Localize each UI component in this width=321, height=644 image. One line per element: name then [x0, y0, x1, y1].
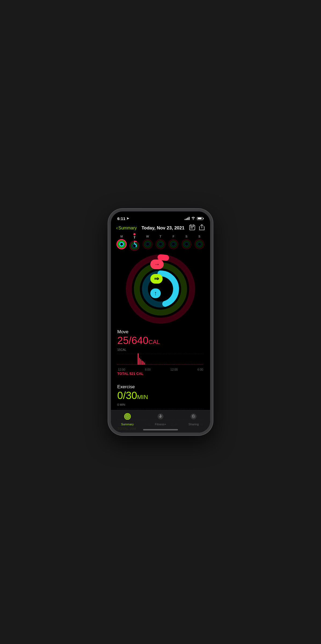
day-sunday[interactable]: S — [194, 235, 205, 251]
signal-bars — [185, 217, 189, 220]
bar4 — [189, 217, 189, 220]
location-icon: ➤ — [126, 217, 129, 220]
move-chart-svg — [117, 351, 204, 367]
bar2 — [186, 218, 187, 220]
svg-rect-5 — [192, 228, 192, 228]
move-chart-top-label: 15CAL — [117, 348, 126, 351]
move-section: Move 25/640CAL 15CAL — [111, 329, 210, 382]
home-indicator — [143, 429, 178, 430]
exercise-goal: 30 — [126, 390, 137, 401]
day-label-s2: S — [198, 235, 200, 238]
day-saturday[interactable]: S — [181, 235, 192, 251]
move-chart: 15CAL — [117, 348, 204, 367]
exercise-badge: ⇒ — [150, 274, 163, 284]
svg-point-29 — [172, 242, 175, 246]
share-button[interactable] — [199, 224, 205, 232]
ring-saturday — [181, 239, 192, 249]
day-label-th: T — [160, 235, 162, 238]
notch — [143, 211, 178, 219]
tab-fitness-label: Fitness+ — [155, 423, 166, 426]
day-label-s1: S — [185, 235, 187, 238]
svg-point-23 — [146, 242, 149, 246]
exercise-chart-top-label: 0 MIN — [117, 403, 125, 406]
move-unit: CAL — [148, 339, 160, 345]
move-value: 25/640CAL — [117, 335, 204, 346]
stand-badge: ↑ — [150, 288, 161, 298]
tab-fitness-icon — [157, 413, 164, 422]
svg-point-19 — [134, 241, 135, 242]
svg-rect-1 — [191, 226, 191, 227]
week-strip: M T — [111, 234, 210, 251]
move-goal: 640 — [132, 335, 148, 346]
day-friday[interactable]: F — [167, 235, 179, 251]
status-time: 6:11 ➤ — [117, 216, 129, 221]
move-time-2: 6:00 — [145, 368, 151, 371]
status-icons — [185, 216, 204, 221]
time-display: 6:11 — [117, 216, 125, 221]
bar3 — [187, 218, 188, 220]
tab-summary-label: Summary — [121, 423, 134, 426]
svg-point-56 — [191, 414, 196, 419]
move-time-1: 12:00 — [118, 368, 125, 371]
svg-point-32 — [185, 242, 188, 246]
exercise-value: 0/30MIN — [117, 390, 204, 401]
wifi-icon — [191, 216, 195, 221]
day-label-m: M — [121, 235, 123, 238]
tab-summary[interactable]: Summary — [117, 413, 138, 426]
move-chart-times: 12:00 6:00 12:00 6:00 — [117, 368, 204, 371]
main-rings[interactable]: → ⇒ ↑ — [111, 251, 210, 329]
back-button[interactable]: ‹ Summary — [116, 225, 137, 231]
ring-tuesday — [129, 241, 140, 251]
svg-rect-47 — [143, 361, 144, 365]
exercise-unit: MIN — [137, 394, 148, 400]
day-label-f: F — [173, 235, 174, 238]
day-tuesday[interactable]: T — [129, 235, 140, 251]
phone-frame: 6:11 ➤ ◀ Search — [108, 209, 213, 435]
today-indicator — [133, 233, 136, 235]
ring-thursday — [155, 239, 166, 249]
tab-sharing-label: Sharing — [188, 423, 199, 426]
tab-summary-icon — [124, 413, 131, 422]
svg-point-26 — [159, 242, 162, 246]
battery-icon — [197, 217, 204, 220]
day-thursday[interactable]: T — [155, 235, 166, 251]
svg-rect-4 — [191, 228, 191, 228]
bar1 — [185, 219, 185, 220]
back-label: Summary — [118, 226, 137, 230]
day-label-t: T — [134, 236, 136, 239]
move-current: 25 — [117, 335, 129, 346]
svg-rect-44 — [139, 358, 140, 365]
move-time-4: 6:00 — [198, 368, 203, 371]
day-wednesday[interactable]: W — [142, 235, 154, 251]
svg-rect-3 — [193, 226, 194, 227]
svg-rect-43 — [138, 353, 139, 365]
ring-wednesday — [143, 239, 153, 249]
tab-fitness[interactable]: Fitness+ — [150, 413, 171, 426]
svg-point-13 — [120, 242, 123, 246]
ring-sunday — [194, 239, 205, 249]
day-label-w: W — [146, 235, 149, 238]
ring-friday — [168, 239, 178, 249]
tab-sharing-icon — [190, 413, 197, 422]
ring-monday — [116, 239, 127, 249]
svg-rect-46 — [142, 361, 143, 365]
move-total: TOTAL 521 CAL — [117, 372, 204, 376]
day-monday[interactable]: M — [116, 235, 127, 251]
svg-rect-45 — [140, 359, 141, 365]
svg-rect-2 — [192, 226, 192, 227]
calendar-button[interactable] — [189, 224, 195, 232]
move-label: Move — [117, 329, 204, 335]
exercise-label: Exercise — [117, 384, 204, 390]
page-title: Today, Nov 23, 2021 — [141, 225, 184, 231]
move-badge: → — [150, 259, 164, 269]
nav-icons — [189, 224, 205, 232]
exercise-current: 0 — [117, 390, 123, 401]
nav-bar: ‹ Summary Today, Nov 23, 2021 — [111, 223, 210, 234]
svg-rect-48 — [144, 363, 145, 365]
svg-point-20 — [134, 242, 135, 243]
svg-point-53 — [127, 416, 128, 417]
move-time-3: 12:00 — [170, 368, 178, 371]
svg-point-52 — [126, 415, 129, 418]
phone-inner: 6:11 ➤ ◀ Search — [111, 211, 210, 433]
tab-sharing[interactable]: Sharing — [183, 413, 204, 426]
